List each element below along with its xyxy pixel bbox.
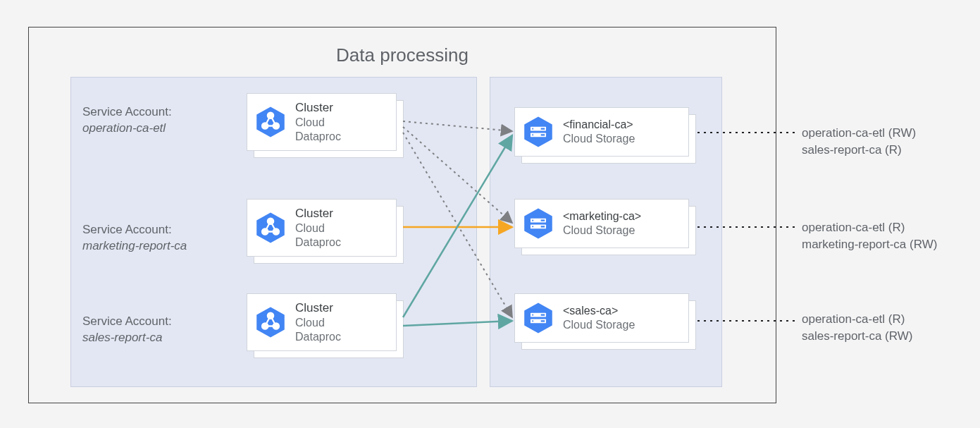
svg-rect-32 [541,320,545,322]
svg-rect-18 [541,134,545,135]
storage-icon [522,207,554,240]
permissions-3: operation-ca-etl (R) sales-report-ca (RW… [802,311,912,345]
sa2-name: marketing-report-ca [82,238,187,255]
svg-marker-8 [256,307,285,337]
p1-line1: operation-ca-etl (RW) [802,125,916,142]
p2-line1: operation-ca-etl (R) [802,219,937,236]
b3-title: <sales-ca> [563,304,635,318]
b1-sub: Cloud Storage [563,132,635,146]
svg-marker-12 [524,116,552,147]
card-face: <sales-ca> Cloud Storage [514,293,689,343]
svg-point-9 [268,313,273,319]
cluster-card-3: Cluster Cloud Dataproc [247,293,397,351]
svg-marker-19 [524,208,552,238]
b1-title: <financial-ca> [563,118,635,132]
sa2-label: Service Account: [82,222,187,238]
svg-rect-24 [541,219,545,221]
p1-line2: sales-report-ca (R) [802,142,916,159]
dataproc-icon [254,212,287,244]
service-account-2: Service Account: marketing-report-ca [82,222,187,255]
svg-point-29 [532,314,533,316]
c2-title: Cluster [295,206,341,221]
container-title: Data processing [29,44,776,66]
b3-sub: Cloud Storage [563,318,635,332]
svg-rect-25 [541,226,545,227]
permissions-1: operation-ca-etl (RW) sales-report-ca (R… [802,125,916,159]
cluster-card-1: Cluster Cloud Dataproc [247,93,397,151]
card-face: Cluster Cloud Dataproc [247,199,397,257]
svg-rect-17 [541,128,545,129]
b2-sub: Cloud Storage [563,224,641,238]
svg-marker-4 [256,212,285,243]
card-face: <marketing-ca> Cloud Storage [514,199,689,248]
card-face: Cluster Cloud Dataproc [247,93,397,151]
b2-title: <marketing-ca> [563,209,641,224]
permissions-2: operation-ca-etl (R) marketing-report-ca… [802,219,937,253]
svg-point-15 [532,128,533,130]
bucket-card-1: <financial-ca> Cloud Storage [514,107,689,157]
sa1-label: Service Account: [82,104,172,121]
cluster-card-2: Cluster Cloud Dataproc [247,199,397,257]
card-face: <financial-ca> Cloud Storage [514,107,689,157]
svg-rect-31 [541,314,545,315]
p3-line2: sales-report-ca (RW) [802,328,912,345]
c1-sub2: Dataproc [295,130,341,144]
sa1-name: operation-ca-etl [82,121,172,137]
bucket-card-2: <marketing-ca> Cloud Storage [514,199,689,248]
svg-marker-0 [256,106,285,137]
c3-title: Cluster [295,300,341,315]
sa3-name: sales-report-ca [82,330,172,346]
c2-sub2: Dataproc [295,236,341,250]
service-account-1: Service Account: operation-ca-etl [82,104,172,137]
svg-point-22 [532,220,533,221]
p3-line1: operation-ca-etl (R) [802,311,912,328]
svg-point-5 [268,219,273,224]
service-account-3: Service Account: sales-report-ca [82,314,172,346]
dataproc-icon [254,106,287,138]
svg-point-30 [532,320,533,322]
c3-sub2: Dataproc [295,330,341,344]
data-processing-container: Data processing Service Account: operati… [28,27,776,403]
bucket-card-3: <sales-ca> Cloud Storage [514,293,689,343]
card-face: Cluster Cloud Dataproc [247,293,397,351]
c1-title: Cluster [295,100,341,115]
c1-sub1: Cloud [295,116,341,130]
dataproc-icon [254,306,287,338]
svg-marker-26 [524,302,552,333]
c2-sub1: Cloud [295,221,341,236]
c3-sub1: Cloud [295,316,341,330]
svg-point-16 [532,134,533,135]
storage-icon [522,116,554,148]
p2-line2: marketing-report-ca (RW) [802,236,937,253]
storage-icon [522,302,554,334]
sa3-label: Service Account: [82,314,172,330]
svg-point-23 [532,226,533,227]
